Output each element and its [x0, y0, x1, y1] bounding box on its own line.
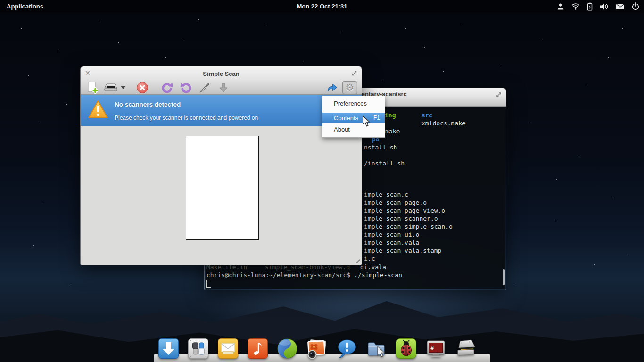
- stop-icon: [136, 82, 149, 94]
- terminal-text-fragment: imple_scan_vala.stamp: [364, 247, 441, 254]
- dock-item-messages[interactable]: [336, 337, 358, 360]
- dock-item-bug-reporter[interactable]: [395, 337, 417, 360]
- blank-page-thumbnail[interactable]: [186, 136, 259, 240]
- scanner-icon: [104, 82, 118, 93]
- user-icon[interactable]: [557, 3, 564, 10]
- infobar-no-scanners: No scanners detected Please check your s…: [81, 95, 362, 126]
- photo-icon: [306, 337, 328, 360]
- top-panel: Applications Mon 22 Oct 21:31: [0, 0, 644, 13]
- globe-icon: [276, 337, 298, 360]
- new-document-button[interactable]: [85, 81, 99, 94]
- folder-icon: [365, 337, 388, 360]
- stop-button[interactable]: [135, 81, 149, 94]
- dock-item-web-browser[interactable]: [276, 337, 298, 360]
- ladybug-icon: [395, 337, 417, 360]
- scan-options-caret-icon: [121, 86, 125, 89]
- menu-item-about[interactable]: About: [322, 123, 385, 135]
- gear-icon: ⚙: [346, 83, 355, 93]
- music-note-icon: [247, 337, 269, 360]
- dock: #_: [154, 336, 490, 362]
- dock-item-terminal[interactable]: #_: [425, 337, 447, 360]
- menu-button[interactable]: ⚙: [342, 81, 357, 94]
- rotate-right-button[interactable]: [179, 81, 193, 94]
- system-tray: [557, 2, 644, 11]
- wifi-icon[interactable]: [571, 3, 580, 10]
- rotate-left-icon: [161, 82, 173, 94]
- chat-bubble-icon: [336, 337, 358, 360]
- gear-menu: Preferences Contents F1 About: [322, 96, 385, 138]
- terminal-text-fragment: imple_scan-scanner.o: [364, 215, 438, 222]
- menu-item-preferences[interactable]: Preferences: [322, 98, 385, 109]
- rotate-right-icon: [180, 82, 192, 94]
- simple-scan-window: ✕ Simple Scan: [80, 66, 362, 265]
- terminal-cursor: [206, 280, 211, 288]
- terminal-text-fragment: /install-sh: [364, 160, 405, 167]
- download-icon: [157, 337, 180, 360]
- dock-item-simple-scan[interactable]: [454, 337, 477, 360]
- terminal-text-fragment: make: [385, 128, 400, 135]
- menu-item-label: Contents: [334, 115, 358, 122]
- simple-scan-title: Simple Scan: [203, 70, 239, 77]
- dock-item-software-center[interactable]: [157, 337, 180, 360]
- svg-text:#_: #_: [431, 345, 438, 351]
- terminal-text-fragment: nstall-sh: [364, 144, 397, 151]
- terminal-text-fragment: ing: [385, 112, 396, 119]
- maximize-icon[interactable]: [351, 70, 357, 78]
- share-button[interactable]: [324, 81, 339, 94]
- mail-icon[interactable]: [616, 3, 625, 10]
- terminal-text-fragment: xmldocs.make: [421, 120, 466, 127]
- terminal-text-fragment: di.vala: [360, 263, 386, 271]
- mouse-cursor: [363, 115, 371, 130]
- terminal-text-fragment: imple_scan-simple-scan.o: [364, 223, 453, 230]
- share-icon: [326, 82, 338, 93]
- terminal-scrollbar[interactable]: [503, 269, 505, 285]
- menu-item-label: About: [334, 126, 350, 133]
- terminal-text-fragment: imple-scan.vala: [364, 239, 419, 246]
- terminal-icon: #_: [425, 337, 447, 360]
- dock-item-photos[interactable]: [306, 337, 328, 360]
- toggles-icon: [187, 337, 209, 360]
- dock-item-system-settings[interactable]: [187, 337, 209, 360]
- scanner-dock-icon: [454, 337, 477, 360]
- simple-scan-titlebar[interactable]: ✕ Simple Scan: [81, 66, 362, 81]
- envelope-icon: [217, 337, 239, 360]
- crop-icon: [198, 82, 211, 94]
- terminal-text-fragment: chris@chris-luna:~/elementary-scan/src$ …: [206, 272, 402, 279]
- new-document-icon: [87, 82, 98, 94]
- terminal-text-fragment: imple_scan-page-view.o: [364, 207, 445, 214]
- crop-button[interactable]: [198, 81, 212, 94]
- menu-separator: [323, 111, 384, 111]
- scan-options-button[interactable]: [119, 81, 127, 94]
- warning-icon: [87, 99, 109, 122]
- save-icon: [218, 82, 229, 93]
- dock-item-mail[interactable]: [217, 337, 239, 360]
- terminal-text-fragment: i.c: [364, 255, 375, 262]
- dock-item-files[interactable]: [365, 337, 388, 360]
- terminal-text-fragment: src: [421, 112, 432, 119]
- power-icon[interactable]: [632, 2, 639, 10]
- save-button[interactable]: [216, 81, 231, 94]
- rotate-left-button[interactable]: [160, 81, 174, 94]
- infobar-message: Please check your scanner is connected a…: [115, 115, 258, 121]
- resize-grip[interactable]: [354, 257, 360, 263]
- volume-icon[interactable]: [600, 3, 609, 10]
- infobar-title: No scanners detected: [115, 101, 181, 108]
- dock-item-music[interactable]: [247, 337, 269, 360]
- scan-button[interactable]: [102, 81, 119, 94]
- terminal-text-fragment: imple_scan-ui.o: [364, 231, 419, 238]
- battery-icon[interactable]: [587, 2, 593, 11]
- terminal-maximize-icon[interactable]: [496, 91, 502, 99]
- simple-scan-toolbar: ⚙: [81, 81, 362, 95]
- menu-item-label: Preferences: [334, 100, 367, 107]
- panel-clock[interactable]: Mon 22 Oct 21:31: [0, 3, 644, 10]
- scan-preview-area: [81, 126, 362, 265]
- terminal-text-fragment: imple-scan.c: [364, 191, 408, 198]
- terminal-text-fragment: imple_scan-page.o: [364, 199, 427, 206]
- menu-item-contents[interactable]: Contents F1: [322, 113, 385, 123]
- close-icon[interactable]: ✕: [85, 69, 91, 77]
- menu-item-shortcut: F1: [373, 113, 380, 123]
